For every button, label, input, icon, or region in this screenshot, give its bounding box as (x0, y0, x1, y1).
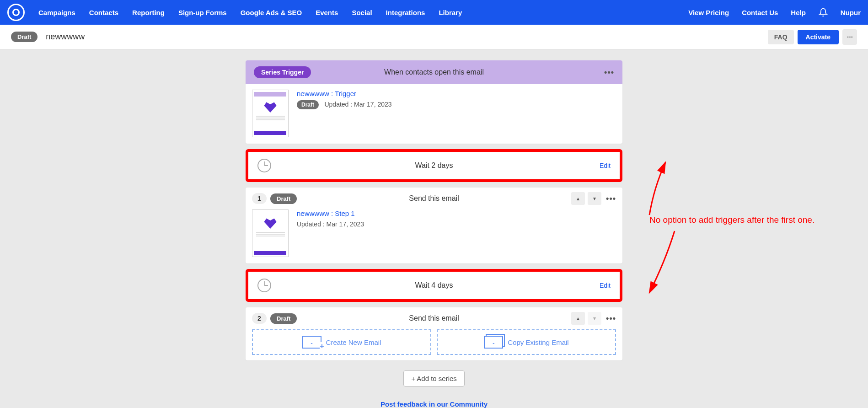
step-1-title: Send this email (409, 194, 459, 203)
step-1-email-link[interactable]: newwwww : Step 1 (297, 209, 364, 217)
add-to-series-button[interactable]: + Add to series (403, 370, 465, 387)
step-1-move-down[interactable]: ▾ (588, 192, 601, 205)
annotation-text: No option to add triggers after the firs… (649, 215, 814, 225)
step-1-move-up[interactable]: ▴ (571, 192, 585, 205)
annotation-arrow-2 (645, 229, 681, 297)
nav-social[interactable]: Social (352, 9, 372, 16)
step-2-title: Send this email (409, 314, 459, 322)
nav-right: View Pricing Contact Us Help Nupur (688, 8, 861, 17)
nav-left: Campaigns Contacts Reporting Sign-up For… (38, 9, 462, 16)
logo-icon[interactable] (7, 4, 25, 21)
trigger-updated: Updated : Mar 17, 2023 (324, 101, 391, 108)
trigger-status-badge: Draft (297, 100, 319, 109)
trigger-pill: Series Trigger (254, 66, 311, 78)
step-1-status: Draft (270, 193, 297, 204)
mail-copy-icon (484, 336, 503, 349)
mail-plus-icon (302, 336, 321, 349)
step-2-move-up[interactable]: ▴ (571, 312, 585, 325)
trigger-header: Series Trigger When contacts open this e… (246, 60, 622, 84)
step-1-more-icon[interactable]: ••• (606, 194, 616, 204)
plus-icon: + (411, 375, 417, 382)
annotation-arrow-1 (640, 156, 677, 220)
wait-1-edit[interactable]: Edit (600, 162, 611, 169)
wait-step-1: Wait 2 days Edit (246, 149, 622, 182)
nav-signup-forms[interactable]: Sign-up Forms (178, 9, 227, 16)
help-link[interactable]: Help (791, 9, 806, 16)
create-new-email-button[interactable]: Create New Email (252, 329, 431, 355)
step-2-status: Draft (270, 313, 297, 324)
clock-icon (257, 279, 271, 292)
nav-library[interactable]: Library (439, 9, 462, 16)
subbar-more-button[interactable]: ⋯ (842, 29, 857, 45)
copy-existing-email-button[interactable]: Copy Existing Email (437, 329, 616, 355)
step-1-number: 1 (252, 193, 267, 204)
step-2-more-icon[interactable]: ••• (606, 314, 616, 323)
step-2-move-down[interactable]: ▾ (588, 312, 601, 325)
nav-google-ads[interactable]: Google Ads & SEO (241, 9, 302, 16)
wait-step-2: Wait 4 days Edit (246, 269, 622, 302)
step-2-number: 2 (252, 313, 267, 324)
copy-existing-email-label: Copy Existing Email (508, 338, 568, 346)
activate-button[interactable]: Activate (798, 30, 839, 44)
contact-us[interactable]: Contact Us (742, 9, 778, 16)
trigger-card: Series Trigger When contacts open this e… (246, 60, 622, 144)
wait-2-text: Wait 4 days (415, 281, 453, 290)
step-1-updated: Updated : Mar 17, 2023 (297, 220, 364, 228)
step-1-card: 1 Draft Send this email ▴ ▾ ••• newwwww … (246, 188, 622, 263)
series-flow: Series Trigger When contacts open this e… (246, 60, 622, 408)
top-nav: Campaigns Contacts Reporting Sign-up For… (0, 0, 868, 25)
trigger-title: When contacts open this email (384, 68, 484, 76)
view-pricing[interactable]: View Pricing (688, 9, 729, 16)
campaign-name: newwwww (46, 32, 85, 42)
clock-icon (257, 159, 271, 172)
nav-campaigns[interactable]: Campaigns (38, 9, 75, 16)
bell-icon[interactable] (819, 8, 828, 17)
sub-bar: Draft newwwww FAQ Activate ⋯ (0, 25, 868, 49)
add-to-series-label: Add to series (417, 375, 457, 382)
nav-reporting[interactable]: Reporting (132, 9, 165, 16)
wait-1-text: Wait 2 days (415, 161, 453, 170)
nav-integrations[interactable]: Integrations (386, 9, 425, 16)
email-thumbnail[interactable] (252, 90, 289, 137)
user-name[interactable]: Nupur (841, 9, 861, 16)
create-new-email-label: Create New Email (326, 338, 381, 346)
trigger-more-icon[interactable]: ••• (604, 68, 614, 77)
step-1-thumbnail[interactable] (252, 209, 289, 257)
faq-button[interactable]: FAQ (768, 30, 794, 44)
nav-contacts[interactable]: Contacts (89, 9, 118, 16)
wait-2-edit[interactable]: Edit (600, 282, 611, 289)
trigger-email-link[interactable]: newwwww : Trigger (297, 90, 392, 97)
status-badge: Draft (11, 32, 38, 42)
step-2-card: 2 Draft Send this email ▴ ▾ ••• Create N… (246, 307, 622, 360)
feedback-link[interactable]: Post feedback in our Community (246, 400, 622, 408)
nav-events[interactable]: Events (316, 9, 338, 16)
